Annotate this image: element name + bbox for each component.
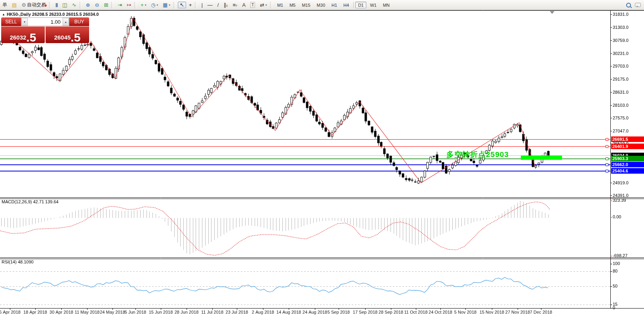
level-price-label: 26691.5 [611, 136, 644, 142]
toolbar-separator [49, 2, 51, 8]
level-price-label: 25662.0 [611, 162, 644, 167]
level-price-label: 25404.6 [611, 168, 644, 174]
vertical-line-icon[interactable]: | [199, 2, 204, 8]
price-chart-canvas[interactable] [0, 0, 644, 320]
cursor-icon[interactable]: ↖ [178, 2, 186, 8]
timeframe-w1[interactable]: W1 [367, 2, 379, 8]
level-price-label: 25903.3 [611, 156, 644, 161]
volume-control: ▼ 1.00 ▲ [21, 17, 69, 26]
auto-scroll-icon[interactable]: ⇥ [116, 2, 124, 8]
bar-chart-icon[interactable]: ||| [53, 2, 59, 8]
one-click-trading-panel: SELL ▼ 1.00 ▲ BUY 26032.5 26045.5 [1, 17, 89, 43]
toolbar-separator [195, 2, 197, 8]
chat-icon[interactable] [635, 3, 641, 7]
trendline-icon[interactable]: / [215, 2, 221, 8]
toolbar-separator [134, 2, 137, 8]
sell-price-display[interactable]: 26032.5 [1, 27, 45, 43]
text-icon[interactable]: A [240, 2, 248, 8]
level-price-label: 26401.9 [611, 144, 644, 149]
volume-increase-button[interactable]: ▲ [63, 18, 69, 26]
equidistant-channel-icon[interactable]: ∥E [221, 2, 230, 8]
turning-point-annotation: 多空转折点25903 [446, 150, 509, 160]
timeframe-mn[interactable]: MN [380, 2, 392, 8]
sell-price-base: 26032 [10, 34, 27, 41]
fibonacci-icon[interactable]: ≡F [231, 2, 240, 8]
line-chart-icon[interactable]: ∿ [70, 2, 78, 8]
new-chart-icon[interactable]: +▾ [139, 2, 148, 8]
timeframe-h1[interactable]: H1 [329, 2, 340, 8]
toolbar-separator [80, 2, 82, 8]
buy-price-fraction: .5 [70, 32, 80, 43]
toolbar-separator [111, 2, 114, 8]
volume-input[interactable]: 1.00 [28, 18, 63, 26]
arrows-icon[interactable]: ⇄▾ [258, 2, 269, 8]
buy-price-base: 26045 [54, 34, 71, 41]
timeframe-divider [353, 2, 354, 8]
rsi-indicator-label: RSI(14) 48.1090 [2, 259, 34, 264]
timeframe-m30[interactable]: M30 [314, 2, 328, 8]
timeframe-m5[interactable]: M5 [287, 2, 298, 8]
templates-icon[interactable]: ▦▾ [161, 2, 172, 8]
sell-price-fraction: .5 [26, 32, 36, 43]
text-label-icon[interactable]: T [248, 2, 257, 8]
buy-price-display[interactable]: 26045.5 [46, 27, 89, 43]
zoom-in-icon[interactable]: ⊕ [84, 2, 92, 8]
search-icon[interactable] [626, 3, 631, 8]
new-order-button[interactable]: 单 [0, 2, 9, 8]
candlestick-chart-icon[interactable]: ◫ [60, 2, 69, 8]
toolbar-separator [173, 2, 176, 8]
chart-title: ▲HK50-,Daily 26208.5 26233.0 26015.5 260… [2, 12, 99, 17]
main-toolbar: 单▤⚙自动交易|||◫∿⊕⊖⊞⇥↦+▾◷▾▦▾↖+|—/∥E≡FAT⇄▾M1M5… [0, 0, 644, 10]
timeframe-h4[interactable]: H4 [341, 2, 352, 8]
timeframe-m1[interactable]: M1 [274, 2, 286, 8]
chart-shift-icon[interactable]: ↦ [125, 2, 133, 8]
tile-windows-icon[interactable]: ⊞ [102, 2, 110, 8]
toolbar-separator [270, 2, 272, 8]
horizontal-line-icon[interactable]: — [206, 2, 215, 8]
crosshair-icon[interactable]: + [187, 2, 194, 8]
chart-title-text: HK50-,Daily 26208.5 26233.0 26015.5 2603… [7, 12, 99, 17]
symbol-collapse-icon[interactable]: ▲ [2, 13, 5, 16]
buy-button[interactable]: BUY [69, 17, 89, 26]
sell-button[interactable]: SELL [1, 17, 21, 26]
timeframe-d1[interactable]: D1 [355, 2, 366, 8]
zoom-out-icon[interactable]: ⊖ [93, 2, 101, 8]
periods-icon[interactable]: ◷▾ [149, 2, 160, 8]
auto-trading-icon[interactable]: ⚙自动交易 [19, 2, 48, 8]
volume-decrease-button[interactable]: ▼ [21, 18, 28, 26]
timeframe-m15[interactable]: M15 [299, 2, 313, 8]
application-window: 单▤⚙自动交易|||◫∿⊕⊖⊞⇥↦+▾◷▾▦▾↖+|—/∥E≡FAT⇄▾M1M5… [0, 0, 644, 320]
macd-indicator-label: MACD(12,26,9) 42.71 139.64 [2, 199, 59, 204]
news-icon[interactable]: ▤ [10, 2, 19, 8]
